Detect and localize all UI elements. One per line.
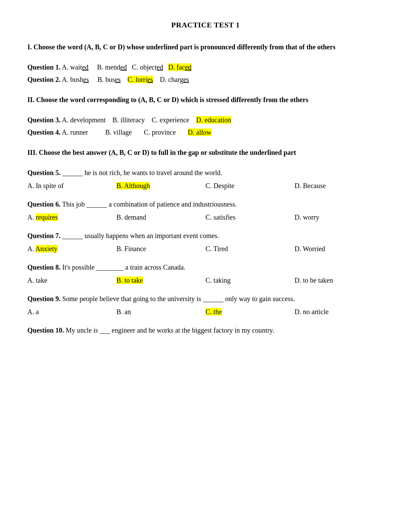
q9-label: Question 9. xyxy=(27,295,61,302)
q7-option-a: A. Anxiety xyxy=(27,243,116,254)
q8-option-b: B. to take xyxy=(116,275,206,286)
q4-answer: D. allow xyxy=(188,128,211,136)
q2-text: A. bushes B. buses xyxy=(62,76,128,83)
question-5: Question 5. ______ he is not rich, he wa… xyxy=(27,167,384,178)
section1-header: I. Choose the word (A, B, C or D) whose … xyxy=(27,42,384,52)
q7-option-c: C. Tired xyxy=(206,243,295,254)
q1-answer: D. faced xyxy=(168,63,191,71)
q6-option-b: B. demand xyxy=(116,212,206,223)
q2-label: Question 2. xyxy=(27,76,61,83)
q6-label: Question 6. xyxy=(27,200,61,208)
q3-label: Question 3. xyxy=(27,116,61,124)
q10-label: Question 10. xyxy=(27,326,64,334)
q8-option-a: A. take xyxy=(27,275,116,286)
question-1: Question 1. A. waited B. mended C. objec… xyxy=(27,62,384,73)
q5-options: A. In spite of B. Although C. Despite D.… xyxy=(27,180,384,191)
q5-label: Question 5. xyxy=(27,169,61,176)
q8-option-d: D. to be taken xyxy=(295,275,384,286)
q4-text: A. runner B. village C. province xyxy=(62,128,188,136)
question-3: Question 3. A. development B. illiteracy… xyxy=(27,114,384,125)
question-9: Question 9. Some people believe that goi… xyxy=(27,293,384,304)
page-title: PRACTICE TEST 1 xyxy=(27,21,384,29)
q3-text: A. development B. illiteracy C. experien… xyxy=(62,116,196,124)
q7-option-d: D. Worried xyxy=(295,243,384,254)
q7-label: Question 7. xyxy=(27,232,61,239)
q5-option-d: D. Because xyxy=(295,180,384,191)
q6-option-d: D. worry xyxy=(295,212,384,223)
question-8: Question 8. It's possible ________ a tra… xyxy=(27,262,384,273)
q6-option-a: A. requires xyxy=(27,212,116,223)
q8-label: Question 8. xyxy=(27,263,61,271)
section3-header: III. Choose the best answer (A, B, C or … xyxy=(27,147,384,158)
q1-text: A. waited B. mended C. objected xyxy=(62,63,169,71)
q5-option-a: A. In spite of xyxy=(27,180,116,191)
q6-options: A. requires B. demand C. satisfies D. wo… xyxy=(27,212,384,223)
q1-label: Question 1. xyxy=(27,63,61,71)
q2-text2: D. charges xyxy=(153,76,189,83)
q9-option-c: C. the xyxy=(206,306,295,317)
q8-text: It's possible ________ a train across Ca… xyxy=(62,263,186,271)
q5-text: ______ he is not rich, he wants to trave… xyxy=(62,169,222,176)
question-6: Question 6. This job ______ a combinatio… xyxy=(27,199,384,210)
q7-option-b: B. Finance xyxy=(116,243,206,254)
q2-answer: C. lorries xyxy=(127,76,153,83)
q7-options: A. Anxiety B. Finance C. Tired D. Worrie… xyxy=(27,243,384,254)
q9-options: A. a B. an C. the D. no article xyxy=(27,306,384,317)
q3-answer: D. education xyxy=(196,116,231,124)
q10-text: My uncle is ___ engineer and he works at… xyxy=(66,326,274,334)
q9-text: Some people believe that going to the un… xyxy=(62,295,295,302)
section2-header: II. Choose the word corresponding to (A,… xyxy=(27,95,384,105)
q6-text: This job ______ a combination of patienc… xyxy=(62,200,237,208)
question-7: Question 7. ______ usually happens when … xyxy=(27,230,384,241)
q6-option-c: C. satisfies xyxy=(206,212,295,223)
q9-option-a: A. a xyxy=(27,306,116,317)
q4-label: Question 4. xyxy=(27,128,61,136)
q5-option-c: C. Despite xyxy=(206,180,295,191)
q5-option-b: B. Although xyxy=(116,180,206,191)
q9-option-b: B. an xyxy=(116,306,206,317)
question-2: Question 2. A. bushes B. buses C. lorrie… xyxy=(27,74,384,85)
question-10: Question 10. My uncle is ___ engineer an… xyxy=(27,325,384,336)
q7-text: ______ usually happens when an important… xyxy=(62,232,219,239)
q8-options: A. take B. to take C. taking D. to be ta… xyxy=(27,275,384,286)
q8-option-c: C. taking xyxy=(206,275,295,286)
question-4: Question 4. A. runner B. village C. prov… xyxy=(27,127,384,138)
q9-option-d: D. no article xyxy=(295,306,384,317)
